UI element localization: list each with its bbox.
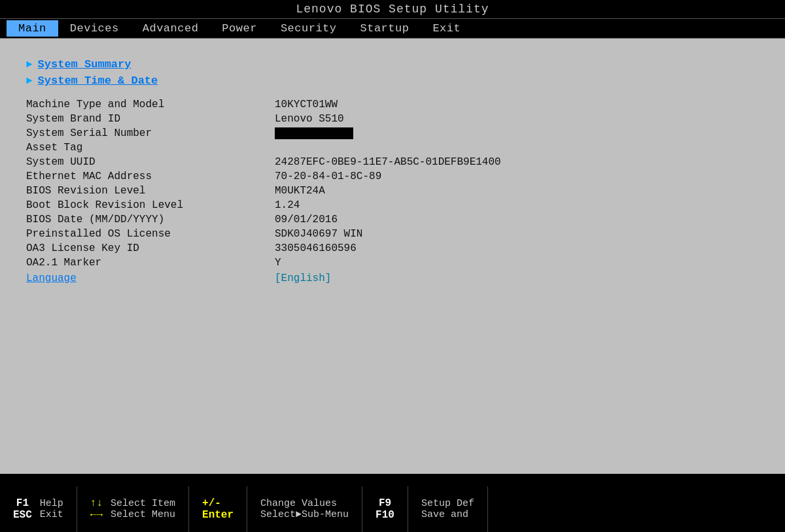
row-boot-block: Boot Block Revision Level 1.24 bbox=[26, 199, 759, 211]
row-bios-date: BIOS Date (MM/DD/YYYY) 09/01/2016 bbox=[26, 214, 759, 225]
value-oa2-marker: Y bbox=[275, 257, 759, 269]
desc-select-menu: Select Menu bbox=[111, 509, 175, 520]
value-language[interactable]: [English] bbox=[275, 273, 759, 284]
value-oa3-key: 3305046160596 bbox=[275, 242, 759, 254]
row-oa3-key: OA3 License Key ID 3305046160596 bbox=[26, 242, 759, 254]
label-bios-revision: BIOS Revision Level bbox=[26, 185, 275, 197]
key-esc: ESC bbox=[13, 509, 32, 521]
desc-select-item: Select Item bbox=[111, 498, 175, 509]
row-oa2-marker: OA2.1 Marker Y bbox=[26, 257, 759, 269]
label-uuid: System UUID bbox=[26, 156, 275, 168]
status-setup: Setup Def Save and bbox=[408, 486, 488, 532]
desc-exit: Exit bbox=[40, 509, 63, 520]
menu-item-power[interactable]: Power bbox=[210, 20, 269, 37]
label-asset-tag: Asset Tag bbox=[26, 142, 275, 154]
desc-setup-def: Setup Def bbox=[421, 498, 474, 509]
label-serial-number: System Serial Number bbox=[26, 127, 275, 139]
arrow-icon-time: ► bbox=[26, 75, 33, 87]
label-brand-id: System Brand ID bbox=[26, 113, 275, 125]
desc-help: Help bbox=[40, 498, 63, 509]
value-uuid: 24287EFC-0BE9-11E7-AB5C-01DEFB9E1400 bbox=[275, 156, 759, 168]
label-oa2-marker: OA2.1 Marker bbox=[26, 257, 275, 269]
label-machine-type: Machine Type and Model bbox=[26, 99, 275, 110]
menu-item-exit[interactable]: Exit bbox=[421, 20, 472, 37]
desc-change-values: Change Values bbox=[260, 498, 349, 509]
arrow-icon-summary: ► bbox=[26, 59, 33, 71]
value-mac: 70-20-84-01-8C-89 bbox=[275, 171, 759, 182]
row-uuid: System UUID 24287EFC-0BE9-11E7-AB5C-01DE… bbox=[26, 156, 759, 168]
menu-item-startup[interactable]: Startup bbox=[349, 20, 421, 37]
label-oa3-key: OA3 License Key ID bbox=[26, 242, 275, 254]
key-f9: F9 bbox=[379, 497, 391, 509]
key-leftright: ←→ bbox=[90, 509, 103, 521]
row-bios-revision: BIOS Revision Level M0UKT24A bbox=[26, 185, 759, 197]
menu-bar: Main Devices Advanced Power Security Sta… bbox=[0, 18, 785, 39]
status-change-values: Change Values Select►Sub-Menu bbox=[247, 486, 362, 532]
status-f9f10: F9 F10 bbox=[362, 486, 408, 532]
system-time-date-label[interactable]: System Time & Date bbox=[38, 75, 158, 87]
value-os-license: SDK0J40697 WIN bbox=[275, 228, 759, 240]
label-language[interactable]: Language bbox=[26, 273, 275, 284]
value-asset-tag bbox=[275, 142, 759, 154]
value-machine-type: 10KYCT01WW bbox=[275, 99, 759, 110]
status-plusminus: +/- Enter bbox=[189, 486, 247, 532]
row-mac: Ethernet MAC Address 70-20-84-01-8C-89 bbox=[26, 171, 759, 182]
menu-item-devices[interactable]: Devices bbox=[58, 20, 131, 37]
label-boot-block: Boot Block Revision Level bbox=[26, 199, 275, 211]
key-plusminus: +/- bbox=[202, 497, 234, 509]
row-machine-type: Machine Type and Model 10KYCT01WW bbox=[26, 99, 759, 110]
label-mac: Ethernet MAC Address bbox=[26, 171, 275, 182]
system-summary-label[interactable]: System Summary bbox=[38, 58, 131, 71]
row-brand-id: System Brand ID Lenovo S510 bbox=[26, 113, 759, 125]
value-bios-date: 09/01/2016 bbox=[275, 214, 759, 225]
menu-item-advanced[interactable]: Advanced bbox=[131, 20, 211, 37]
key-f1: F1 bbox=[16, 497, 29, 509]
info-table: Machine Type and Model 10KYCT01WW System… bbox=[26, 99, 759, 284]
title-bar: Lenovo BIOS Setup Utility bbox=[0, 0, 785, 18]
desc-save-and: Save and bbox=[421, 509, 474, 520]
row-asset-tag: Asset Tag bbox=[26, 142, 759, 154]
value-boot-block: 1.24 bbox=[275, 199, 759, 211]
key-enter: Enter bbox=[202, 509, 234, 521]
main-content: ► System Summary ► System Time & Date Ma… bbox=[0, 39, 785, 474]
desc-select-submenu: Select►Sub-Menu bbox=[260, 509, 349, 520]
row-os-license: Preinstalled OS License SDK0J40697 WIN bbox=[26, 228, 759, 240]
menu-item-security[interactable]: Security bbox=[269, 20, 349, 37]
key-updown: ↑↓ bbox=[90, 497, 103, 509]
status-arrows: ↑↓ ←→ Select Item Select Menu bbox=[77, 486, 189, 532]
key-f10: F10 bbox=[375, 509, 394, 521]
label-bios-date: BIOS Date (MM/DD/YYYY) bbox=[26, 214, 275, 225]
menu-item-main[interactable]: Main bbox=[7, 20, 58, 37]
row-language[interactable]: Language [English] bbox=[26, 273, 759, 284]
expand-system-time-date[interactable]: ► System Time & Date bbox=[26, 75, 759, 87]
expand-system-summary[interactable]: ► System Summary bbox=[26, 58, 759, 71]
value-serial-number bbox=[275, 127, 759, 139]
app-title: Lenovo BIOS Setup Utility bbox=[296, 3, 489, 16]
row-serial-number: System Serial Number bbox=[26, 127, 759, 139]
status-f1: F1 ESC Help Exit bbox=[0, 486, 77, 532]
redacted-serial bbox=[275, 127, 353, 139]
label-os-license: Preinstalled OS License bbox=[26, 228, 275, 240]
value-bios-revision: M0UKT24A bbox=[275, 185, 759, 197]
status-bar: F1 ESC Help Exit ↑↓ ←→ Select Item Selec… bbox=[0, 486, 785, 532]
value-brand-id: Lenovo S510 bbox=[275, 113, 759, 125]
